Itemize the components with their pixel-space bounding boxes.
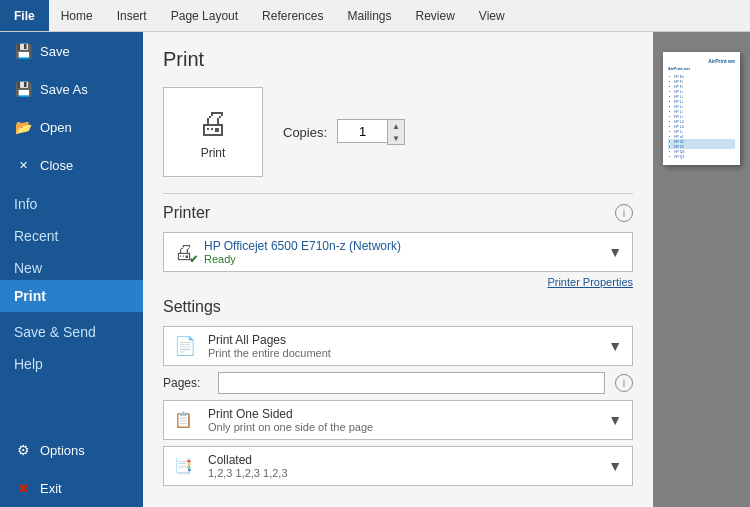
printer-info: HP Officejet 6500 E710n-z (Network) Read… xyxy=(204,239,598,265)
divider-printer xyxy=(163,193,633,194)
pages-info-icon[interactable]: i xyxy=(615,374,633,392)
copies-area: Copies: ▲ ▼ xyxy=(283,119,405,145)
printer-info-icon[interactable]: i xyxy=(615,204,633,222)
exit-icon: ✖ xyxy=(14,479,32,497)
menubar: File Home Insert Page Layout References … xyxy=(0,0,750,32)
preview-subtitle: AirPrint-set xyxy=(668,66,735,71)
print-top-area: 🖨 Print Copies: ▲ ▼ xyxy=(163,87,633,177)
sidebar: 💾 Save 💾 Save As 📂 Open ✕ Close Info Rec… xyxy=(0,32,143,507)
printer-ready-check: ✔ xyxy=(189,253,198,266)
preview-page: AirPrint wo AirPrint-set HP EnHP FrHP Fr… xyxy=(663,52,740,165)
menubar-mailings[interactable]: Mailings xyxy=(335,0,403,31)
sidebar-item-print[interactable]: Print xyxy=(0,280,143,312)
print-one-sided-sub: Only print on one side of the page xyxy=(208,421,598,433)
copies-label: Copies: xyxy=(283,125,327,140)
preview-list-item: HP Q1 xyxy=(668,154,735,159)
collated-label: Collated xyxy=(208,453,598,467)
menubar-review[interactable]: Review xyxy=(403,0,466,31)
print-all-pages-dropdown[interactable]: 📄 Print All Pages Print the entire docum… xyxy=(163,326,633,366)
open-icon: 📂 xyxy=(14,118,32,136)
menubar-references[interactable]: References xyxy=(250,0,335,31)
collated-icon: 📑 xyxy=(174,457,198,475)
settings-section-label: Settings xyxy=(163,298,221,316)
pages-row: Pages: i xyxy=(163,372,633,394)
copies-increment[interactable]: ▲ xyxy=(388,120,404,132)
copies-spin-buttons: ▲ ▼ xyxy=(387,119,405,145)
main-area: 💾 Save 💾 Save As 📂 Open ✕ Close Info Rec… xyxy=(0,32,750,507)
sidebar-item-exit[interactable]: ✖ Exit xyxy=(0,469,143,507)
sidebar-exit-label: Exit xyxy=(40,481,62,496)
sidebar-item-info[interactable]: Info xyxy=(0,184,143,216)
print-panel: Print 🖨 Print Copies: ▲ ▼ Printer i xyxy=(143,32,653,507)
menubar-insert[interactable]: Insert xyxy=(105,0,159,31)
pages-input[interactable] xyxy=(218,372,605,394)
sidebar-item-close[interactable]: ✕ Close xyxy=(0,146,143,184)
sidebar-options-label: Options xyxy=(40,443,85,458)
sidebar-save-label: Save xyxy=(40,44,70,59)
printer-section-title: Printer i xyxy=(163,204,633,222)
print-one-sided-icon: 📋 xyxy=(174,411,198,429)
print-button[interactable]: 🖨 Print xyxy=(163,87,263,177)
printer-dropdown-arrow: ▼ xyxy=(608,244,622,260)
copies-spinbox: ▲ ▼ xyxy=(337,119,405,145)
printer-properties-link[interactable]: Printer Properties xyxy=(163,276,633,288)
printer-button-icon: 🖨 xyxy=(197,105,229,142)
print-all-pages-icon: 📄 xyxy=(174,335,198,357)
collated-text: Collated 1,2,3 1,2,3 1,2,3 xyxy=(208,453,598,479)
print-one-sided-label: Print One Sided xyxy=(208,407,598,421)
print-all-pages-sub: Print the entire document xyxy=(208,347,598,359)
sidebar-item-recent[interactable]: Recent xyxy=(0,216,143,248)
copies-decrement[interactable]: ▼ xyxy=(388,132,404,144)
collated-dropdown[interactable]: 📑 Collated 1,2,3 1,2,3 1,2,3 ▼ xyxy=(163,446,633,486)
options-icon: ⚙ xyxy=(14,441,32,459)
printer-status: Ready xyxy=(204,253,598,265)
menubar-home[interactable]: Home xyxy=(49,0,105,31)
save-as-icon: 💾 xyxy=(14,80,32,98)
printer-icon: 🖨 ✔ xyxy=(174,241,194,264)
preview-list: HP EnHP FrHP FrHP LiHP LiHP LiHP LiHP Li… xyxy=(668,74,735,159)
print-all-pages-arrow: ▼ xyxy=(608,338,622,354)
printer-name: HP Officejet 6500 E710n-z (Network) xyxy=(204,239,598,253)
menubar-view[interactable]: View xyxy=(467,0,517,31)
sidebar-save-as-label: Save As xyxy=(40,82,88,97)
sidebar-close-label: Close xyxy=(40,158,73,173)
print-one-sided-text: Print One Sided Only print on one side o… xyxy=(208,407,598,433)
sidebar-item-save-send[interactable]: Save & Send xyxy=(0,312,143,344)
print-one-sided-dropdown[interactable]: 📋 Print One Sided Only print on one side… xyxy=(163,400,633,440)
collated-sub: 1,2,3 1,2,3 1,2,3 xyxy=(208,467,598,479)
print-button-label: Print xyxy=(201,146,226,160)
sidebar-item-options[interactable]: ⚙ Options xyxy=(0,431,143,469)
pages-label: Pages: xyxy=(163,376,208,390)
close-icon: ✕ xyxy=(14,156,32,174)
collated-arrow: ▼ xyxy=(608,458,622,474)
print-all-pages-text: Print All Pages Print the entire documen… xyxy=(208,333,598,359)
menubar-page-layout[interactable]: Page Layout xyxy=(159,0,250,31)
sidebar-item-help[interactable]: Help xyxy=(0,344,143,376)
print-title: Print xyxy=(163,48,633,71)
sidebar-item-save[interactable]: 💾 Save xyxy=(0,32,143,70)
sidebar-item-open[interactable]: 📂 Open xyxy=(0,108,143,146)
preview-panel: AirPrint wo AirPrint-set HP EnHP FrHP Fr… xyxy=(653,32,750,507)
preview-title: AirPrint wo xyxy=(668,58,735,64)
sidebar-open-label: Open xyxy=(40,120,72,135)
print-one-sided-arrow: ▼ xyxy=(608,412,622,428)
menubar-file[interactable]: File xyxy=(0,0,49,31)
copies-input[interactable] xyxy=(337,119,387,143)
save-icon: 💾 xyxy=(14,42,32,60)
sidebar-item-new[interactable]: New xyxy=(0,248,143,280)
printer-dropdown[interactable]: 🖨 ✔ HP Officejet 6500 E710n-z (Network) … xyxy=(163,232,633,272)
print-all-pages-label: Print All Pages xyxy=(208,333,598,347)
printer-section-label: Printer xyxy=(163,204,210,222)
settings-section-title: Settings xyxy=(163,298,633,316)
sidebar-item-save-as[interactable]: 💾 Save As xyxy=(0,70,143,108)
